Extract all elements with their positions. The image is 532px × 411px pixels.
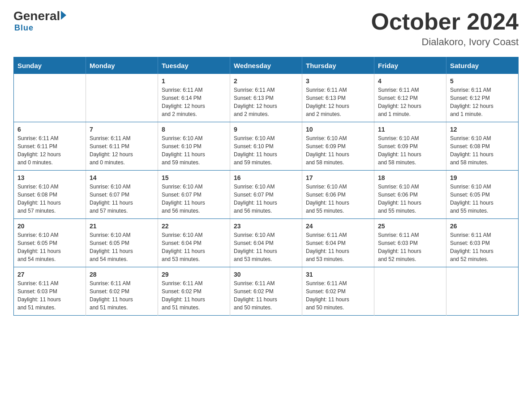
month-title: October 2024 [371, 9, 519, 34]
day-info: Sunrise: 6:10 AM Sunset: 6:10 PM Dayligh… [234, 134, 298, 167]
day-info: Sunrise: 6:11 AM Sunset: 6:04 PM Dayligh… [306, 231, 370, 263]
day-info: Sunrise: 6:10 AM Sunset: 6:07 PM Dayligh… [90, 183, 154, 215]
logo-general-text: General [13, 9, 60, 23]
day-number: 11 [378, 126, 442, 133]
calendar-week-row: 13Sunrise: 6:10 AM Sunset: 6:08 PM Dayli… [14, 171, 519, 219]
calendar-cell: 23Sunrise: 6:10 AM Sunset: 6:04 PM Dayli… [230, 219, 302, 267]
weekday-header-saturday: Saturday [446, 57, 519, 74]
day-number: 13 [17, 174, 82, 181]
weekday-header-tuesday: Tuesday [158, 57, 230, 74]
calendar-cell: 26Sunrise: 6:11 AM Sunset: 6:03 PM Dayli… [446, 219, 519, 267]
day-info: Sunrise: 6:10 AM Sunset: 6:04 PM Dayligh… [162, 231, 226, 263]
logo-blue-label: Blue [14, 23, 34, 32]
weekday-header-sunday: Sunday [14, 57, 86, 74]
day-number: 4 [378, 77, 442, 85]
day-info: Sunrise: 6:10 AM Sunset: 6:08 PM Dayligh… [17, 183, 82, 215]
day-number: 25 [378, 223, 442, 230]
day-info: Sunrise: 6:10 AM Sunset: 6:05 PM Dayligh… [450, 183, 515, 215]
day-info: Sunrise: 6:11 AM Sunset: 6:12 PM Dayligh… [450, 86, 515, 118]
day-number: 28 [90, 271, 154, 278]
calendar-cell: 17Sunrise: 6:10 AM Sunset: 6:06 PM Dayli… [302, 171, 374, 219]
day-number: 8 [162, 126, 226, 133]
calendar-cell: 13Sunrise: 6:10 AM Sunset: 6:08 PM Dayli… [14, 171, 86, 219]
day-info: Sunrise: 6:10 AM Sunset: 6:07 PM Dayligh… [162, 183, 226, 215]
day-number: 15 [162, 174, 226, 181]
calendar-week-row: 27Sunrise: 6:11 AM Sunset: 6:03 PM Dayli… [14, 267, 519, 316]
calendar-body: 1Sunrise: 6:11 AM Sunset: 6:14 PM Daylig… [14, 74, 519, 316]
day-info: Sunrise: 6:11 AM Sunset: 6:02 PM Dayligh… [234, 279, 298, 312]
day-info: Sunrise: 6:11 AM Sunset: 6:02 PM Dayligh… [90, 279, 154, 312]
calendar-cell: 25Sunrise: 6:11 AM Sunset: 6:03 PM Dayli… [374, 219, 446, 267]
title-area: October 2024 Dialakoro, Ivory Coast [371, 9, 519, 48]
calendar-cell: 19Sunrise: 6:10 AM Sunset: 6:05 PM Dayli… [446, 171, 519, 219]
day-info: Sunrise: 6:11 AM Sunset: 6:14 PM Dayligh… [162, 86, 226, 118]
calendar-cell: 27Sunrise: 6:11 AM Sunset: 6:03 PM Dayli… [14, 267, 86, 316]
day-number: 9 [234, 126, 298, 133]
day-info: Sunrise: 6:11 AM Sunset: 6:02 PM Dayligh… [306, 279, 370, 312]
day-info: Sunrise: 6:11 AM Sunset: 6:03 PM Dayligh… [378, 231, 442, 263]
calendar-cell [14, 74, 86, 122]
logo-triangle-icon [61, 11, 66, 20]
location-subtitle: Dialakoro, Ivory Coast [371, 36, 519, 48]
day-number: 21 [90, 223, 154, 230]
calendar-cell: 10Sunrise: 6:10 AM Sunset: 6:09 PM Dayli… [302, 122, 374, 171]
weekday-header-monday: Monday [86, 57, 158, 74]
day-info: Sunrise: 6:10 AM Sunset: 6:09 PM Dayligh… [306, 134, 370, 167]
weekday-header-wednesday: Wednesday [230, 57, 302, 74]
day-number: 2 [234, 77, 298, 85]
day-info: Sunrise: 6:10 AM Sunset: 6:10 PM Dayligh… [162, 134, 226, 167]
calendar-cell: 2Sunrise: 6:11 AM Sunset: 6:13 PM Daylig… [230, 74, 302, 122]
day-number: 18 [378, 174, 442, 181]
calendar-week-row: 6Sunrise: 6:11 AM Sunset: 6:11 PM Daylig… [14, 122, 519, 171]
weekday-header-friday: Friday [374, 57, 446, 74]
calendar-cell [374, 267, 446, 316]
calendar-week-row: 1Sunrise: 6:11 AM Sunset: 6:14 PM Daylig… [14, 74, 519, 122]
weekday-header-row: SundayMondayTuesdayWednesdayThursdayFrid… [14, 57, 519, 74]
calendar-cell: 22Sunrise: 6:10 AM Sunset: 6:04 PM Dayli… [158, 219, 230, 267]
day-number: 7 [90, 126, 154, 133]
calendar-cell: 14Sunrise: 6:10 AM Sunset: 6:07 PM Dayli… [86, 171, 158, 219]
calendar-cell: 5Sunrise: 6:11 AM Sunset: 6:12 PM Daylig… [446, 74, 519, 122]
day-number: 1 [162, 77, 226, 85]
calendar-cell: 7Sunrise: 6:11 AM Sunset: 6:11 PM Daylig… [86, 122, 158, 171]
calendar-cell: 21Sunrise: 6:10 AM Sunset: 6:05 PM Dayli… [86, 219, 158, 267]
day-number: 26 [450, 223, 515, 230]
day-info: Sunrise: 6:11 AM Sunset: 6:11 PM Dayligh… [90, 134, 154, 167]
logo-area: General Blue [13, 9, 70, 33]
calendar-cell: 11Sunrise: 6:10 AM Sunset: 6:09 PM Dayli… [374, 122, 446, 171]
weekday-header-thursday: Thursday [302, 57, 374, 74]
calendar-table: SundayMondayTuesdayWednesdayThursdayFrid… [13, 57, 519, 316]
calendar-cell [86, 74, 158, 122]
day-info: Sunrise: 6:10 AM Sunset: 6:05 PM Dayligh… [90, 231, 154, 263]
day-number: 31 [306, 271, 370, 278]
day-info: Sunrise: 6:11 AM Sunset: 6:02 PM Dayligh… [162, 279, 226, 312]
calendar-cell: 16Sunrise: 6:10 AM Sunset: 6:07 PM Dayli… [230, 171, 302, 219]
day-info: Sunrise: 6:11 AM Sunset: 6:13 PM Dayligh… [306, 86, 370, 118]
day-number: 30 [234, 271, 298, 278]
calendar-cell: 4Sunrise: 6:11 AM Sunset: 6:12 PM Daylig… [374, 74, 446, 122]
calendar-cell: 1Sunrise: 6:11 AM Sunset: 6:14 PM Daylig… [158, 74, 230, 122]
calendar-cell: 9Sunrise: 6:10 AM Sunset: 6:10 PM Daylig… [230, 122, 302, 171]
day-number: 23 [234, 223, 298, 230]
day-info: Sunrise: 6:11 AM Sunset: 6:13 PM Dayligh… [234, 86, 298, 118]
day-number: 6 [17, 126, 82, 133]
day-number: 3 [306, 77, 370, 85]
calendar-cell: 20Sunrise: 6:10 AM Sunset: 6:05 PM Dayli… [14, 219, 86, 267]
day-number: 22 [162, 223, 226, 230]
day-info: Sunrise: 6:10 AM Sunset: 6:04 PM Dayligh… [234, 231, 298, 263]
day-number: 29 [162, 271, 226, 278]
calendar-cell: 28Sunrise: 6:11 AM Sunset: 6:02 PM Dayli… [86, 267, 158, 316]
day-number: 19 [450, 174, 515, 181]
day-number: 27 [17, 271, 82, 278]
day-info: Sunrise: 6:10 AM Sunset: 6:07 PM Dayligh… [234, 183, 298, 215]
day-number: 16 [234, 174, 298, 181]
calendar-cell: 8Sunrise: 6:10 AM Sunset: 6:10 PM Daylig… [158, 122, 230, 171]
calendar-cell: 24Sunrise: 6:11 AM Sunset: 6:04 PM Dayli… [302, 219, 374, 267]
calendar-cell: 29Sunrise: 6:11 AM Sunset: 6:02 PM Dayli… [158, 267, 230, 316]
calendar-header: SundayMondayTuesdayWednesdayThursdayFrid… [14, 57, 519, 74]
day-info: Sunrise: 6:11 AM Sunset: 6:03 PM Dayligh… [17, 279, 82, 312]
day-number: 5 [450, 77, 515, 85]
day-info: Sunrise: 6:10 AM Sunset: 6:05 PM Dayligh… [17, 231, 82, 263]
logo: General [13, 9, 70, 23]
day-number: 20 [17, 223, 82, 230]
